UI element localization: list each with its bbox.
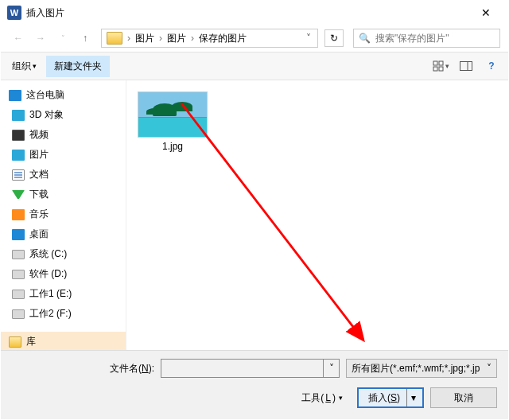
tree-documents[interactable]: 文档 [1, 165, 126, 185]
file-name: 1.jpg [134, 141, 211, 152]
svg-rect-2 [433, 67, 437, 71]
desktop-icon [12, 229, 25, 240]
dialog-title: 插入图片 [26, 6, 470, 20]
video-icon [12, 130, 25, 141]
search-icon: 🔍 [359, 33, 371, 44]
tree-libraries[interactable]: 库 [1, 332, 126, 350]
up-button[interactable]: ↑ [76, 29, 95, 48]
tree-videos[interactable]: 视频 [1, 125, 126, 145]
insert-dropdown-icon[interactable]: ▾ [406, 389, 419, 406]
tree-drive-d[interactable]: 软件 (D:) [1, 264, 126, 284]
search-placeholder: 搜索"保存的图片" [375, 32, 449, 45]
filename-dropdown-icon[interactable]: ˅ [323, 360, 339, 377]
command-bar: 组织 ▾ 新建文件夹 ? [1, 52, 508, 80]
breadcrumb-bar[interactable]: › 图片 › 图片 › 保存的图片 ˅ [101, 29, 318, 48]
library-icon [9, 336, 21, 348]
tree-drive-f[interactable]: 工作2 (F:) [1, 304, 126, 324]
documents-icon [12, 169, 25, 181]
insert-button[interactable]: 插入(S) ▾ [357, 387, 424, 408]
download-icon [12, 190, 25, 199]
file-item[interactable]: 1.jpg [134, 91, 211, 152]
title-bar: W 插入图片 ✕ [1, 1, 508, 25]
tree-this-pc[interactable]: 这台电脑 [1, 85, 126, 105]
drive-icon [12, 290, 25, 299]
chevron-right-icon: › [188, 33, 197, 44]
address-dropdown-icon[interactable]: ˅ [303, 33, 314, 44]
svg-rect-0 [433, 61, 437, 65]
tree-drive-c[interactable]: 系统 (C:) [1, 244, 126, 264]
tree-3d-objects[interactable]: 3D 对象 [1, 105, 126, 125]
tree-pictures[interactable]: 图片 [1, 145, 126, 165]
breadcrumb-item[interactable]: 图片 [134, 30, 156, 47]
drive-icon [12, 250, 25, 259]
objects-3d-icon [12, 110, 25, 121]
svg-rect-4 [460, 62, 472, 71]
tree-music[interactable]: 音乐 [1, 204, 126, 224]
file-type-select[interactable]: 所有图片(*.emf;*.wmf;*.jpg;*.jp [346, 359, 497, 378]
svg-rect-1 [439, 61, 443, 65]
recent-locations-dropdown[interactable]: ˅ [53, 29, 72, 48]
navigation-bar: ← → ˅ ↑ › 图片 › 图片 › 保存的图片 ˅ ↻ 🔍 搜索"保存的图片… [1, 25, 508, 52]
svg-rect-3 [439, 67, 443, 71]
chevron-right-icon: › [156, 33, 165, 44]
cancel-button[interactable]: 取消 [430, 387, 497, 408]
folder-icon [107, 32, 122, 45]
music-icon [12, 209, 25, 220]
chevron-right-icon: › [124, 33, 134, 44]
preview-pane-button[interactable] [456, 56, 476, 76]
forward-button[interactable]: → [31, 29, 50, 48]
back-button[interactable]: ← [9, 29, 28, 48]
breadcrumb-item[interactable]: 图片 [165, 30, 188, 47]
insert-picture-dialog: W 插入图片 ✕ ← → ˅ ↑ › 图片 › 图片 › 保存的图片 ˅ ↻ 🔍… [0, 0, 509, 420]
view-options-button[interactable] [430, 56, 451, 76]
tree-downloads[interactable]: 下载 [1, 185, 126, 204]
breadcrumb-item[interactable]: 保存的图片 [197, 30, 248, 47]
file-list[interactable]: 1.jpg [126, 80, 508, 350]
word-app-icon: W [7, 6, 21, 20]
pc-icon [9, 90, 21, 101]
chevron-down-icon: ▾ [33, 62, 37, 70]
new-folder-button[interactable]: 新建文件夹 [46, 56, 110, 77]
refresh-button[interactable]: ↻ [324, 29, 344, 47]
filename-input[interactable]: ˅ [161, 359, 340, 378]
tools-menu[interactable]: 工具(L)▾ [301, 391, 343, 405]
image-thumbnail [138, 91, 208, 138]
tree-drive-e[interactable]: 工作1 (E:) [1, 284, 126, 304]
search-input[interactable]: 🔍 搜索"保存的图片" [353, 29, 500, 48]
help-button[interactable]: ? [481, 56, 502, 76]
organize-menu[interactable]: 组织 ▾ [7, 56, 41, 76]
navigation-tree: 这台电脑 3D 对象 视频 图片 文档 下载 音乐 桌面 系统 (C:) 软件 … [1, 80, 126, 350]
drive-icon [12, 309, 25, 319]
tree-desktop[interactable]: 桌面 [1, 224, 126, 244]
filename-label: 文件名(N): [110, 362, 154, 375]
dialog-footer: 文件名(N): ˅ 所有图片(*.emf;*.wmf;*.jpg;*.jp 工具… [1, 350, 508, 419]
drive-icon [12, 270, 25, 279]
chevron-down-icon: ▾ [339, 394, 343, 402]
pictures-icon [12, 150, 25, 161]
close-button[interactable]: ✕ [470, 6, 502, 19]
